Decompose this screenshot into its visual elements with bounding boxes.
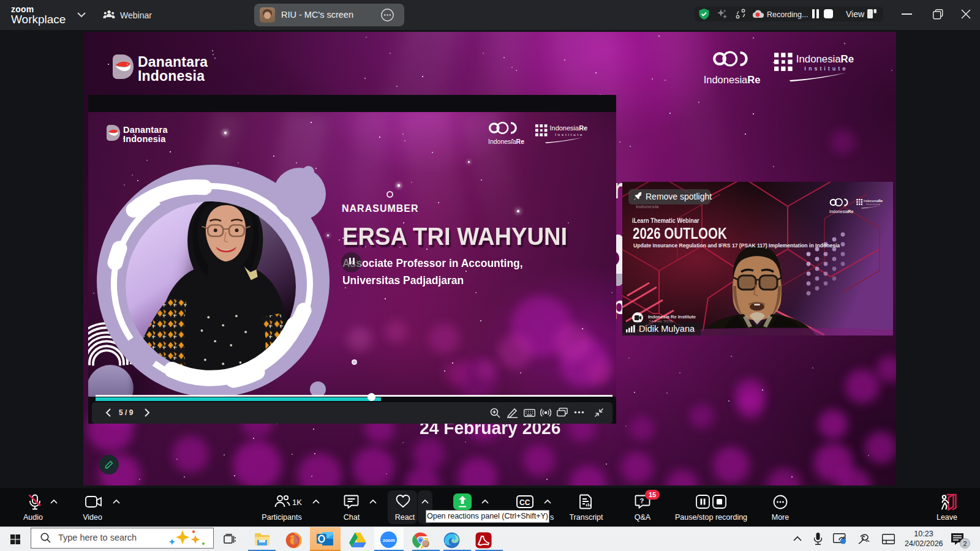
svg-text:IndonesiaRe: IndonesiaRe (864, 199, 883, 203)
svg-text:Institute: Institute (867, 203, 881, 206)
svg-text:Institute: Institute (555, 133, 584, 137)
svg-text:IndonesiaRe: IndonesiaRe (549, 124, 587, 132)
svg-text:Institute: Institute (804, 66, 848, 72)
svg-text:CC: CC (519, 498, 530, 507)
svg-text:?: ? (640, 497, 644, 504)
svg-text:IndonesiaRe: IndonesiaRe (796, 53, 854, 65)
